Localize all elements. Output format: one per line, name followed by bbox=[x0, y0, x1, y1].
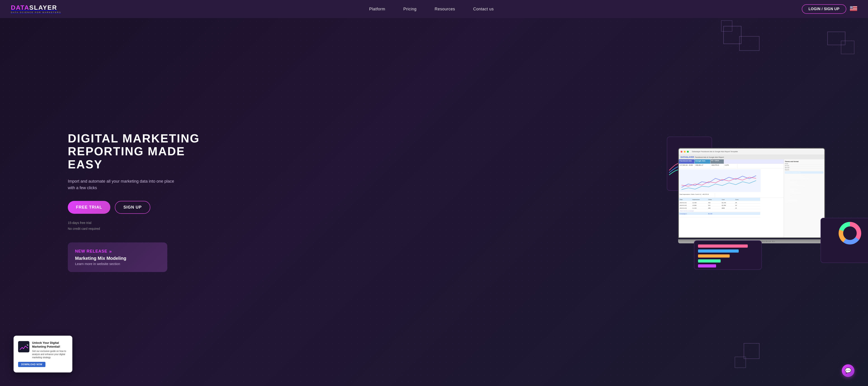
svg-point-28 bbox=[850, 7, 851, 8]
screen-title: Dataslayer Facebook Ads & Google Ads Rep… bbox=[692, 150, 738, 152]
sidebar-item-14: Ad Rotation bbox=[785, 196, 824, 198]
sheet-row-2: Total Impressions, Clicks, Cost & Conver… bbox=[679, 193, 784, 198]
hero-note-line2: No credit card required bbox=[68, 226, 204, 232]
svg-point-41 bbox=[852, 7, 852, 7]
new-release-arrows: » bbox=[109, 249, 112, 254]
nav-link-pricing[interactable]: Pricing bbox=[403, 7, 416, 11]
svg-text:$980: $980 bbox=[722, 207, 725, 209]
sidebar-item-3: Google Ads & Google Ads Report bbox=[785, 176, 824, 178]
svg-point-61 bbox=[850, 8, 851, 8]
sidebar-item-7: Ad Approval Status bbox=[785, 183, 824, 185]
sidebar-item-17: Ad Destination URL bbox=[785, 201, 824, 203]
bars-container bbox=[694, 241, 761, 270]
svg-point-48 bbox=[852, 7, 852, 8]
svg-point-17 bbox=[850, 7, 850, 7]
svg-point-21 bbox=[851, 7, 851, 7]
svg-point-63 bbox=[851, 8, 851, 8]
sidebar-label-setup: SETUP bbox=[785, 167, 824, 169]
nav-link-platform[interactable]: Platform bbox=[369, 7, 385, 11]
svg-rect-5 bbox=[850, 9, 857, 10]
chat-bubble[interactable]: 💬 bbox=[842, 364, 855, 377]
spreadsheet-sidebar: Theme and format Chart STYLE SETUP Searc… bbox=[784, 160, 825, 238]
svg-rect-119 bbox=[18, 341, 29, 352]
deco-rect-2 bbox=[721, 20, 733, 32]
svg-point-70 bbox=[851, 8, 851, 8]
hero-title-line1: DIGITAL MARKETING bbox=[68, 132, 200, 145]
bar-chart-device bbox=[694, 240, 762, 270]
svg-point-59 bbox=[850, 8, 850, 8]
header-fb: Facebook Ads bbox=[679, 160, 694, 164]
svg-text:11,220: 11,220 bbox=[692, 207, 697, 209]
header-fx: FX + GAds bbox=[710, 160, 724, 164]
svg-text:432: 432 bbox=[708, 202, 711, 203]
download-button[interactable]: DOWNLOAD NOW bbox=[18, 362, 45, 367]
cell-1-2: 138,461.17 bbox=[694, 164, 710, 168]
sidebar-item-12: Ad Group Tracking template bbox=[785, 192, 824, 194]
sidebar-label-chart: Chart bbox=[785, 163, 824, 165]
bar-row-1 bbox=[698, 244, 758, 248]
svg-text:Impressions: Impressions bbox=[692, 199, 700, 200]
hero-right: Dataslayer Facebook Ads & Google Ads Rep… bbox=[667, 134, 868, 270]
svg-text:2024-01-02: 2024-01-02 bbox=[680, 205, 687, 206]
deco-rect-5 bbox=[735, 357, 746, 368]
svg-point-69 bbox=[850, 8, 851, 8]
sign-up-button[interactable]: SIGN UP bbox=[115, 201, 150, 214]
new-release-card[interactable]: NEW RELEASE » Marketing Mix Modeling Lea… bbox=[68, 242, 167, 272]
screen-menu-bar: Dataslayer Facebook Ads & Google Ads Rep… bbox=[679, 148, 825, 155]
svg-text:Cost: Cost bbox=[722, 199, 725, 200]
new-release-desc: Learn more in website section bbox=[75, 262, 160, 266]
navbar: DATASLAYER DATA SCIENCE FOR MARKETERS Pl… bbox=[0, 0, 868, 18]
bar-row-5 bbox=[698, 264, 758, 268]
svg-text:$1,580: $1,580 bbox=[722, 205, 726, 206]
free-trial-button[interactable]: FREE TRIAL bbox=[68, 201, 110, 214]
svg-text:Campaign 1: Campaign 1 bbox=[680, 213, 687, 214]
hero-subtitle: Import and automate all your marketing d… bbox=[68, 178, 176, 191]
nav-links: Platform Pricing Resources Contact us bbox=[369, 7, 494, 11]
svg-text:2024-01-01: 2024-01-01 bbox=[680, 202, 687, 203]
nav-right: LOGIN / SIGN UP bbox=[802, 4, 857, 14]
sidebar-label-search: Search bbox=[785, 169, 824, 171]
cell-1-4: 2,479 bbox=[724, 164, 738, 168]
sidebar-title: Theme and format bbox=[785, 160, 824, 163]
svg-point-13 bbox=[850, 6, 850, 7]
sidebar-item-1: Dataslayer Facebook Ads bbox=[785, 171, 824, 174]
cell-2-2: +48,275.21 bbox=[702, 193, 715, 198]
svg-text:35: 35 bbox=[735, 205, 737, 206]
hero-left: DIGITAL MARKETING REPORTING MADE EASY Im… bbox=[68, 132, 204, 272]
window-maximize bbox=[687, 151, 689, 152]
login-button[interactable]: LOGIN / SIGN UP bbox=[802, 4, 846, 14]
svg-point-26 bbox=[850, 7, 850, 8]
svg-point-35 bbox=[851, 6, 852, 7]
nav-item-contact[interactable]: Contact us bbox=[473, 7, 494, 11]
new-release-label: NEW RELEASE bbox=[75, 249, 107, 254]
data-table-svg: Date Impressions Clicks Cost Conv. bbox=[679, 198, 760, 225]
nav-item-resources[interactable]: Resources bbox=[435, 7, 455, 11]
svg-point-47 bbox=[851, 7, 852, 8]
svg-text:$1,240: $1,240 bbox=[722, 202, 726, 203]
window-minimize bbox=[684, 151, 686, 152]
hero-title: DIGITAL MARKETING REPORTING MADE EASY bbox=[68, 132, 204, 171]
sidebar-item-4: Account code (multi account responses) bbox=[785, 178, 824, 179]
logo-link[interactable]: DATASLAYER DATA SCIENCE FOR MARKETERS bbox=[11, 4, 61, 13]
nav-link-contact[interactable]: Contact us bbox=[473, 7, 494, 11]
nav-link-resources[interactable]: Resources bbox=[435, 7, 455, 11]
sheet-header-row-0: Facebook Ads Google Ads FX + GAds bbox=[679, 160, 784, 164]
screen-toolbar: DATASLAYER Facebook Ads & Google Ads Rep… bbox=[679, 155, 825, 160]
svg-point-72 bbox=[851, 8, 852, 8]
deco-rect-7 bbox=[841, 41, 855, 54]
nav-item-pricing[interactable]: Pricing bbox=[403, 7, 416, 11]
svg-rect-87 bbox=[679, 198, 760, 201]
hero-note-line1: 15-days free trial bbox=[68, 220, 204, 226]
bar-row-4 bbox=[698, 259, 758, 262]
bar-5 bbox=[698, 264, 716, 268]
svg-rect-116 bbox=[679, 212, 760, 215]
report-title-small: Facebook Ads & Google Ads Report bbox=[695, 156, 724, 158]
deco-rect-4 bbox=[744, 343, 760, 359]
popup-text: Unlock Your Digital Marketing Potential!… bbox=[32, 341, 68, 359]
laptop-label: MacBook Air bbox=[762, 241, 775, 242]
sidebar-item-13: Ad Label bbox=[785, 194, 824, 196]
svg-point-65 bbox=[852, 8, 852, 8]
nav-item-platform[interactable]: Platform bbox=[369, 7, 385, 11]
inline-chart bbox=[679, 169, 761, 192]
bar-3 bbox=[698, 254, 730, 257]
